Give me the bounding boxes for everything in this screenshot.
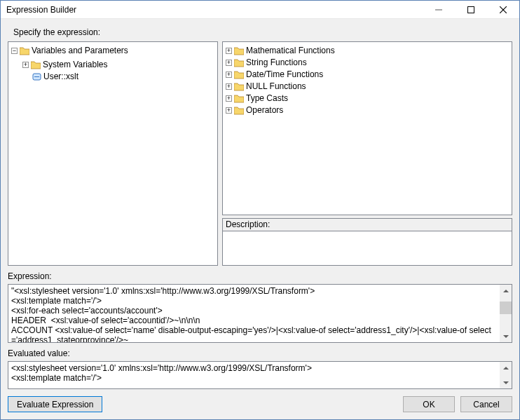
button-row: Evaluate Expression OK Cancel <box>8 396 512 412</box>
tree-node-datetime-functions[interactable]: + Date/Time Functions <box>226 69 510 81</box>
cancel-button[interactable]: Cancel <box>460 396 512 412</box>
folder-icon <box>234 47 244 55</box>
tree-node-null-functions[interactable]: + NULL Functions <box>226 81 510 93</box>
evaluated-scrollbar[interactable] <box>500 362 512 388</box>
scroll-up-icon[interactable] <box>500 362 512 374</box>
variables-tree[interactable]: − Variables and Parameters + Syste <box>8 41 218 266</box>
expand-icon[interactable]: + <box>226 72 232 78</box>
titlebar: Expression Builder <box>1 1 519 19</box>
expression-label: Expression: <box>8 271 512 281</box>
svg-rect-1 <box>468 6 474 13</box>
tree-node-math-functions[interactable]: + Mathematical Functions <box>226 45 510 57</box>
tree-label: Operators <box>246 104 283 116</box>
tree-label: User::xslt <box>43 71 78 83</box>
description-panel: Description: <box>222 218 512 266</box>
tree-label: String Functions <box>246 57 307 69</box>
expand-icon[interactable]: + <box>226 48 232 54</box>
right-column: + Mathematical Functions + String Functi… <box>222 41 512 266</box>
tree-node-user-xslt[interactable]: User::xslt <box>22 71 216 83</box>
minimize-button[interactable] <box>423 1 455 18</box>
tree-node-type-casts[interactable]: + Type Casts <box>226 93 510 104</box>
window-controls <box>423 1 519 18</box>
tree-node-system-variables[interactable]: + System Variables <box>22 59 216 71</box>
scroll-up-icon[interactable] <box>500 285 512 297</box>
expression-builder-window: Expression Builder Specify the expressio… <box>0 0 520 420</box>
functions-tree[interactable]: + Mathematical Functions + String Functi… <box>222 41 512 215</box>
evaluated-label: Evaluated value: <box>8 348 512 358</box>
tree-label: NULL Functions <box>246 81 306 93</box>
window-title: Expression Builder <box>6 5 76 15</box>
content-area: Specify the expression: − Variables and … <box>1 19 519 419</box>
tree-node-operators[interactable]: + Operators <box>226 104 510 116</box>
folder-icon <box>234 95 244 103</box>
description-body <box>222 231 512 266</box>
tree-label: Type Casts <box>246 93 288 104</box>
expand-icon[interactable]: + <box>226 83 232 90</box>
tree-indent <box>22 73 30 81</box>
expand-icon[interactable]: + <box>226 60 232 66</box>
scroll-down-icon[interactable] <box>500 330 512 342</box>
evaluate-expression-button[interactable]: Evaluate Expression <box>8 396 102 412</box>
tree-node-variables-parameters[interactable]: − Variables and Parameters + Syste <box>11 45 216 83</box>
collapse-icon[interactable]: − <box>11 48 18 54</box>
evaluated-text: <xsl:stylesheet version='1.0' xmlns:xsl=… <box>11 363 498 383</box>
scroll-thumb[interactable] <box>500 302 512 314</box>
top-row: − Variables and Parameters + Syste <box>8 41 512 266</box>
ok-button[interactable]: OK <box>403 396 455 412</box>
folder-icon <box>234 83 244 91</box>
folder-icon <box>31 61 41 69</box>
folder-icon <box>234 107 244 115</box>
close-button[interactable] <box>487 1 519 18</box>
expand-icon[interactable]: + <box>22 62 29 68</box>
specify-label: Specify the expression: <box>13 27 512 37</box>
expand-icon[interactable]: + <box>226 95 232 102</box>
maximize-button[interactable] <box>455 1 487 18</box>
evaluated-textarea[interactable]: <xsl:stylesheet version='1.0' xmlns:xsl=… <box>8 361 512 389</box>
folder-icon <box>20 47 29 55</box>
expression-text: "<xsl:stylesheet version='1.0' xmlns:xsl… <box>11 286 498 343</box>
description-label: Description: <box>222 218 512 231</box>
tree-label: Variables and Parameters <box>32 45 128 57</box>
variable-icon <box>32 72 41 81</box>
tree-node-string-functions[interactable]: + String Functions <box>226 57 510 69</box>
tree-label: Date/Time Functions <box>246 69 323 81</box>
expand-icon[interactable]: + <box>226 107 232 114</box>
expression-scrollbar[interactable] <box>500 285 512 342</box>
expression-textarea[interactable]: "<xsl:stylesheet version='1.0' xmlns:xsl… <box>8 284 512 343</box>
folder-icon <box>234 59 244 67</box>
tree-label: Mathematical Functions <box>246 45 335 57</box>
tree-label: System Variables <box>43 59 107 71</box>
folder-icon <box>234 71 244 79</box>
scroll-down-icon[interactable] <box>500 377 512 388</box>
